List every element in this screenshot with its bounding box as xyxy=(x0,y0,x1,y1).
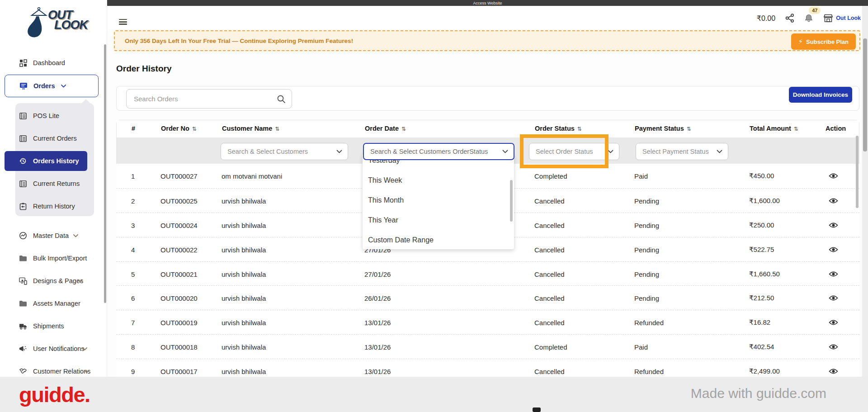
cell-order-status: Completed xyxy=(534,343,567,350)
customer-filter-select[interactable]: Search & Select Customers xyxy=(221,143,348,160)
column-header-order-date[interactable]: Order Date⇅ xyxy=(365,125,406,132)
sidebar-item-current-orders[interactable]: Current Orders xyxy=(0,128,104,149)
table-scrollbar-thumb[interactable] xyxy=(856,136,859,208)
sidebar-item-user-notifications[interactable]: User Notifications xyxy=(0,338,104,359)
cell-payment-status: Pending xyxy=(634,246,659,253)
sort-icon: ⇅ xyxy=(687,126,691,132)
view-order-icon[interactable] xyxy=(829,368,838,374)
chevron-down-icon xyxy=(502,150,508,153)
sidebar-item-orders[interactable]: Orders xyxy=(5,75,99,97)
sidebar-scrollbar[interactable] xyxy=(104,44,106,303)
guidde-logo: guidde. xyxy=(19,382,90,407)
search-orders-input[interactable] xyxy=(127,90,292,108)
view-order-icon[interactable] xyxy=(829,173,838,180)
dropdown-option-this-month[interactable]: This Month xyxy=(363,194,507,207)
access-website-label: Access Website xyxy=(473,1,502,5)
payment-status-filter-select[interactable]: Select Payment Status xyxy=(636,143,728,160)
guidde-footer: guidde. Made with guidde.com xyxy=(0,377,868,412)
sidebar-item-shipments[interactable]: Shipments xyxy=(0,316,104,336)
cell-payment-status: Paid xyxy=(634,343,648,350)
sidebar-item-label: Current Orders xyxy=(33,135,77,142)
view-order-icon[interactable] xyxy=(829,270,838,277)
sidebar-item-label: Bulk Import/Export xyxy=(33,255,87,262)
column-header-order-no[interactable]: Order No⇅ xyxy=(161,125,197,132)
sidebar-item-orders-history[interactable]: Orders History xyxy=(5,151,87,171)
sidebar-item-designs-pages[interactable]: Designs & Pages xyxy=(0,270,104,291)
notification-bell-icon[interactable]: 47 xyxy=(804,14,813,23)
cell-customer: urvish bhilwala xyxy=(222,294,266,302)
column-header-payment-status[interactable]: Payment Status⇅ xyxy=(635,125,691,132)
dropdown-option-this-week[interactable]: This Week xyxy=(363,174,507,187)
cell-index: 9 xyxy=(131,367,135,375)
subscribe-plan-label: Subscribe Plan xyxy=(806,38,849,45)
history-icon xyxy=(19,157,27,165)
share-icon[interactable] xyxy=(785,14,794,23)
view-order-icon[interactable] xyxy=(829,197,838,204)
dropdown-scrollbar[interactable] xyxy=(510,180,513,222)
search-icon[interactable] xyxy=(277,95,286,104)
order-status-filter-select[interactable]: Select Order Status xyxy=(529,143,619,160)
order-date-dropdown: Yesterday This Week This Month This Year… xyxy=(363,154,514,249)
table-header: # Order No⇅ Customer Name⇅ Order Date⇅ O… xyxy=(117,120,859,137)
view-order-icon[interactable] xyxy=(829,222,838,228)
order-status-filter-placeholder: Select Order Status xyxy=(536,148,593,155)
table-row: 6 OUT000020 urvish bhilwala 26/01/26 Can… xyxy=(116,285,859,310)
sidebar-item-current-returns[interactable]: Current Returns xyxy=(0,173,104,194)
sidebar-item-bulk-import-export[interactable]: Bulk Import/Export xyxy=(0,248,104,269)
cell-order-no: OUT000017 xyxy=(160,367,198,375)
cell-payment-status: Paid xyxy=(634,172,648,180)
column-header-total-amount[interactable]: Total Amount⇅ xyxy=(750,125,798,132)
view-order-icon[interactable] xyxy=(829,246,838,253)
hamburger-menu-icon[interactable] xyxy=(119,19,127,25)
cell-order-no: OUT000021 xyxy=(160,270,198,278)
truck-icon xyxy=(19,322,27,330)
page-scrollbar-thumb[interactable] xyxy=(863,38,867,152)
cell-total-amount: ₹2,499.00 xyxy=(749,367,780,375)
store-link[interactable]: Out Look xyxy=(823,14,861,23)
submenu-notch xyxy=(81,99,90,104)
cell-payment-status: Pending xyxy=(634,197,659,204)
subscribe-plan-button[interactable]: ⚡ Subscribe Plan xyxy=(791,33,856,50)
sidebar-item-master-data[interactable]: Master Data xyxy=(0,225,104,246)
sidebar-item-dashboard[interactable]: Dashboard xyxy=(0,52,104,73)
cell-index: 4 xyxy=(131,246,135,253)
lightning-bolt-icon: ⚡ xyxy=(798,38,803,46)
progress-marker xyxy=(533,407,541,412)
table-row: 5 OUT000021 urvish bhilwala 27/01/26 Can… xyxy=(116,261,859,286)
payment-status-filter-placeholder: Select Payment Status xyxy=(642,148,709,155)
megaphone-icon xyxy=(19,345,27,353)
column-header-customer-name[interactable]: Customer Name⇅ xyxy=(222,125,279,132)
cell-total-amount: ₹250.00 xyxy=(749,221,774,229)
sidebar-item-pos-lite[interactable]: POS Lite xyxy=(0,105,104,126)
download-invoices-button[interactable]: Download Invoices xyxy=(789,87,852,103)
page-scrollbar[interactable] xyxy=(862,6,868,377)
cell-order-no: OUT000027 xyxy=(160,172,198,180)
dropdown-option-this-year[interactable]: This Year xyxy=(363,213,507,227)
cell-total-amount: ₹522.75 xyxy=(749,246,774,254)
cell-customer: om motvani motvani xyxy=(222,172,282,180)
sort-icon: ⇅ xyxy=(577,126,582,132)
column-header-order-status[interactable]: Order Status⇅ xyxy=(535,125,582,132)
cell-total-amount: ₹212.50 xyxy=(749,294,774,302)
dropdown-option-custom-date-range[interactable]: Custom Date Range xyxy=(363,233,507,247)
sidebar-item-return-history[interactable]: Return History xyxy=(0,196,104,217)
dashboard-grid-icon xyxy=(19,59,27,67)
cell-order-status: Cancelled xyxy=(534,197,565,204)
cell-payment-status: Refunded xyxy=(634,367,664,375)
cell-payment-status: Pending xyxy=(634,270,659,278)
access-website-bar[interactable]: Access Website xyxy=(107,0,868,6)
cell-order-date: 13/01/26 xyxy=(364,318,391,326)
list-icon xyxy=(19,112,27,120)
trial-message: Only 356 Days Left In Your Free Trial — … xyxy=(125,38,353,44)
folder-icon xyxy=(19,254,27,262)
view-order-icon[interactable] xyxy=(829,319,838,326)
cell-order-date: 13/01/26 xyxy=(364,343,391,350)
cell-index: 8 xyxy=(131,343,135,350)
view-order-icon[interactable] xyxy=(829,343,838,350)
sidebar-item-assets-manager[interactable]: Assets Manager xyxy=(0,293,104,314)
sidebar-item-label: User Notifications xyxy=(33,345,85,352)
view-order-icon[interactable] xyxy=(829,294,838,301)
cell-order-no: OUT000019 xyxy=(160,318,198,326)
header: ₹0.00 47 Out Look xyxy=(107,6,868,30)
order-date-filter-select[interactable]: Search & Select Customers OrderStatus xyxy=(363,143,514,160)
